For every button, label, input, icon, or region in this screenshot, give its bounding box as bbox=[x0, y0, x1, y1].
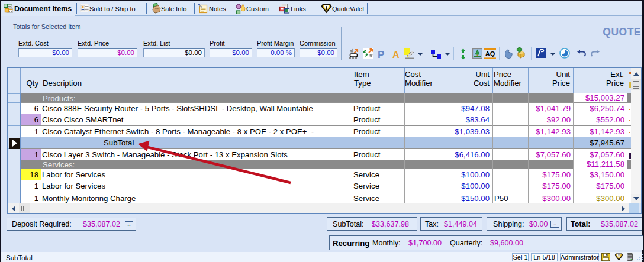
svg-text:AQ: AQ bbox=[485, 50, 495, 57]
